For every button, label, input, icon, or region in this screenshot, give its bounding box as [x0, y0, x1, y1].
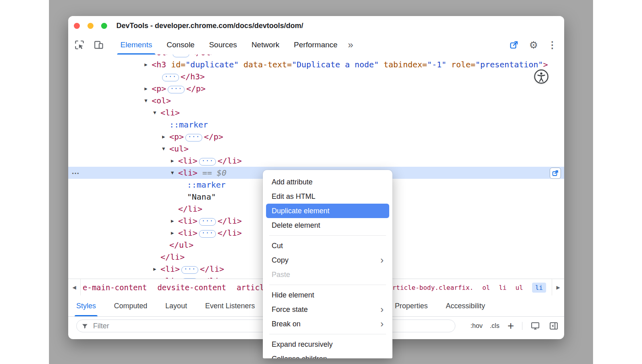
- code-segment-tag: <p>: [169, 132, 184, 142]
- popout-icon[interactable]: [508, 39, 520, 51]
- expand-arrow-icon[interactable]: ▶: [144, 83, 152, 95]
- dom-node-code: ::marker: [169, 119, 208, 131]
- context-menu-item-copy[interactable]: Copy›: [263, 253, 392, 267]
- context-menu-item-edit-as-html[interactable]: Edit as HTML: [263, 189, 392, 204]
- dom-node-code: <p>···</p>: [169, 131, 223, 143]
- dom-node-code: <p>···</p>: [152, 83, 205, 95]
- dom-node-code: <li>···</li>: [178, 155, 242, 167]
- pseudo-state-toggle[interactable]: :hov: [470, 322, 482, 330]
- code-segment-tag: </h3>: [181, 72, 205, 81]
- dom-node-code: <ol>···</ol>: [152, 55, 215, 59]
- dom-tree-row[interactable]: ▼<ul>: [68, 143, 564, 155]
- breadcrumb-item-article-body-clearfix[interactable]: article-body.clearfix.: [388, 284, 473, 291]
- zoom-button[interactable]: [101, 23, 107, 29]
- dom-tree-row[interactable]: ▶<ol>···</ol>: [68, 55, 564, 59]
- expand-arrow-icon[interactable]: ▶: [171, 215, 178, 227]
- expand-inline-badge[interactable]: ···: [199, 158, 216, 166]
- expand-inline-badge[interactable]: ···: [181, 266, 198, 274]
- expand-arrow-icon[interactable]: ▶: [144, 59, 152, 71]
- breadcrumb-item-e-main-content[interactable]: e-main-content: [83, 283, 147, 292]
- context-menu-item-hide-element[interactable]: Hide element: [263, 288, 392, 302]
- panel-tab-properties[interactable]: Properties: [395, 295, 428, 316]
- expand-inline-badge[interactable]: ···: [173, 55, 189, 57]
- tab-elements[interactable]: Elements: [120, 35, 152, 55]
- row-overflow-dots-icon[interactable]: …: [71, 165, 80, 177]
- expand-inline-badge[interactable]: ···: [168, 86, 185, 93]
- collapse-arrow-icon[interactable]: ▼: [171, 167, 178, 179]
- toggle-sidebar-icon[interactable]: [548, 320, 559, 332]
- dom-tree-row[interactable]: ▶<p>···</p>: [68, 131, 564, 143]
- more-panels-icon[interactable]: »: [348, 39, 353, 51]
- element-states-icon[interactable]: [530, 320, 541, 332]
- dom-tree-row[interactable]: ···</h3>: [68, 71, 564, 83]
- window-title: DevTools - developer.chrome.com/docs/dev…: [116, 22, 303, 30]
- expand-inline-badge[interactable]: ···: [199, 218, 216, 226]
- breadcrumb-item-li[interactable]: li: [499, 284, 506, 291]
- expand-inline-badge[interactable]: ···: [199, 230, 216, 238]
- expand-inline-badge[interactable]: ···: [185, 134, 202, 142]
- expand-arrow-icon[interactable]: ▶: [171, 227, 178, 239]
- context-menu-item-expand-recursively[interactable]: Expand recursively: [263, 337, 392, 352]
- context-menu-item-add-attribute[interactable]: Add attribute: [263, 175, 392, 189]
- breadcrumb-item-ol[interactable]: ol: [482, 284, 490, 291]
- dom-tree-row[interactable]: ▼<li>: [68, 107, 564, 119]
- expand-arrow-icon[interactable]: ▶: [153, 275, 160, 279]
- dom-tree-row[interactable]: ▼<ol>: [68, 95, 564, 107]
- context-menu-item-force-state[interactable]: Force state›: [263, 302, 392, 317]
- panel-tab-layout[interactable]: Layout: [165, 295, 187, 316]
- breadcrumb-prev-button[interactable]: ◀: [68, 279, 81, 296]
- class-toggle[interactable]: .cls: [490, 322, 500, 330]
- accessibility-overlay-icon[interactable]: [534, 69, 549, 84]
- expand-arrow-icon[interactable]: ▶: [162, 131, 169, 143]
- collapse-arrow-icon[interactable]: ▼: [153, 107, 160, 119]
- panel-tab-accessibility[interactable]: Accessibility: [446, 295, 485, 316]
- panel-tab-event-listeners[interactable]: Event Listeners: [205, 295, 255, 316]
- dom-node-code: "Nana": [187, 191, 216, 203]
- expand-arrow-icon[interactable]: ▶: [171, 155, 178, 167]
- breadcrumb-item-devsite-content[interactable]: devsite-content: [157, 283, 226, 292]
- submenu-chevron-icon: ›: [380, 319, 384, 329]
- dom-tree-row[interactable]: ▶<h3 id="duplicate" data-text="Duplicate…: [68, 59, 564, 71]
- device-toolbar-icon[interactable]: [93, 39, 104, 51]
- inspect-icon[interactable]: [74, 39, 85, 51]
- popout-node-icon[interactable]: [550, 168, 561, 179]
- context-menu-item-collapse-children[interactable]: Collapse children: [263, 352, 392, 358]
- breadcrumb-item-ul[interactable]: ul: [515, 284, 523, 291]
- dom-tree-row[interactable]: ▶<p>···</p>: [68, 83, 564, 95]
- dom-node-code: ::marker: [187, 179, 226, 191]
- tab-console[interactable]: Console: [167, 35, 195, 55]
- dom-node-code: </li>: [178, 203, 202, 215]
- minimize-button[interactable]: [87, 23, 93, 29]
- context-menu-item-break-on[interactable]: Break on›: [263, 317, 392, 331]
- tab-sources[interactable]: Sources: [209, 35, 237, 55]
- filter-funnel-icon: [81, 323, 88, 330]
- panel-tab-styles[interactable]: Styles: [76, 295, 96, 316]
- breadcrumb-next-button[interactable]: ▶: [552, 279, 564, 296]
- menu-separator: [269, 235, 386, 236]
- dom-tree-row[interactable]: ▶<li>···</li>: [68, 155, 564, 167]
- expand-arrow-icon[interactable]: ▶: [144, 55, 152, 59]
- context-menu-item-duplicate-element[interactable]: Duplicate element: [266, 204, 389, 218]
- panel-tab-computed[interactable]: Computed: [114, 295, 147, 316]
- menu-item-label: Expand recursively: [272, 340, 333, 349]
- code-segment-tag: </li>: [200, 264, 224, 274]
- tab-network[interactable]: Network: [252, 35, 280, 55]
- new-style-rule-button[interactable]: +: [508, 320, 514, 332]
- context-menu-item-delete-element[interactable]: Delete element: [263, 218, 392, 233]
- tab-performance[interactable]: Performance: [294, 35, 337, 55]
- expand-inline-badge[interactable]: ···: [162, 74, 179, 81]
- close-button[interactable]: [74, 23, 80, 29]
- more-options-icon[interactable]: ⋮: [548, 40, 557, 50]
- styles-filter-input[interactable]: [92, 322, 214, 331]
- dom-tree-row[interactable]: ::marker: [68, 119, 564, 131]
- collapse-arrow-icon[interactable]: ▼: [162, 143, 169, 155]
- expand-arrow-icon[interactable]: ▶: [153, 263, 160, 275]
- code-segment-tag: </p>: [204, 132, 223, 142]
- context-menu-item-cut[interactable]: Cut: [263, 239, 392, 253]
- settings-gear-icon[interactable]: ⚙: [529, 40, 538, 50]
- collapse-arrow-icon[interactable]: ▼: [144, 95, 152, 107]
- breadcrumb-item-selected[interactable]: li: [532, 283, 546, 293]
- menu-item-label: Paste: [272, 271, 290, 279]
- code-segment-val: "duplicate": [185, 60, 238, 69]
- code-segment-dollar: $0: [217, 168, 226, 178]
